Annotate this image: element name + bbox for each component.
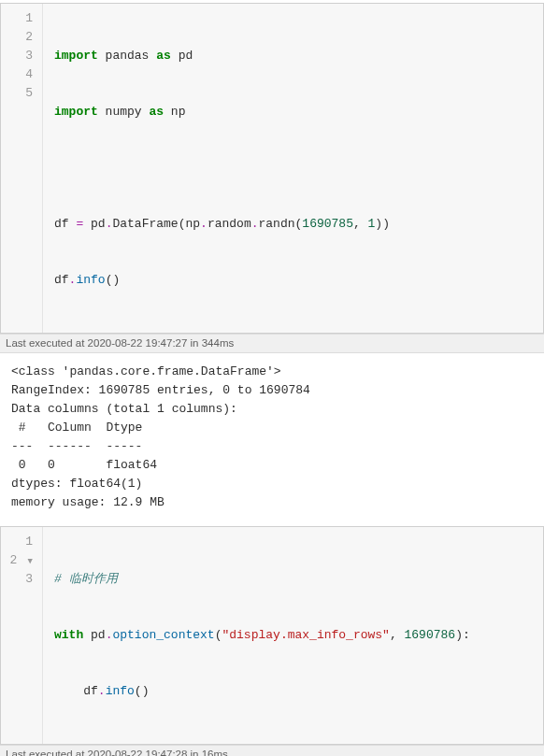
exec-status-2: Last executed at 2020-08-22 19:47:28 in … — [0, 745, 544, 756]
code-cell-1[interactable]: 1 2 3 4 5 import pandas as pd import num… — [0, 3, 544, 334]
code-cell-2[interactable]: 1 2 ▼ 3 # 临时作用 with pd.option_context("d… — [0, 526, 544, 745]
cell-output-1: <class 'pandas.core.frame.DataFrame'> Ra… — [0, 353, 544, 523]
exec-status-1: Last executed at 2020-08-22 19:47:27 in … — [0, 334, 544, 353]
code-editor[interactable]: import pandas as pd import numpy as np d… — [43, 4, 543, 333]
fold-icon[interactable]: ▼ — [24, 552, 33, 571]
code-editor[interactable]: # 临时作用 with pd.option_context("display.m… — [43, 527, 543, 744]
line-gutter: 1 2 3 4 5 — [1, 4, 43, 333]
line-gutter: 1 2 ▼ 3 — [1, 527, 43, 744]
